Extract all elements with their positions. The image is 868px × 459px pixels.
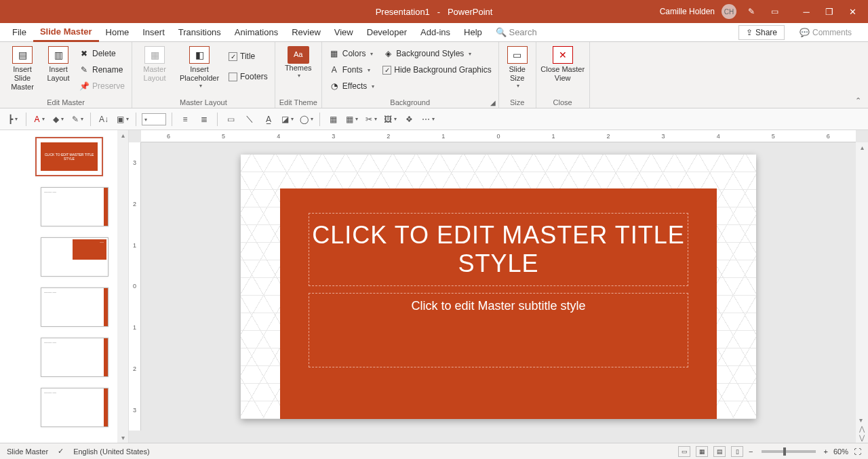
- outline-button[interactable]: ✎: [70, 113, 85, 126]
- thumbnail-pane: CLICK TO EDIT MASTER TITLE STYLE ──── ──…: [0, 130, 129, 443]
- colors-button[interactable]: ▦Colors: [326, 46, 377, 61]
- chart-button[interactable]: ▦: [326, 113, 340, 126]
- close-master-view-button[interactable]: ✕ Close Master View: [540, 45, 585, 83]
- align-menu[interactable]: ┣: [5, 113, 20, 126]
- tab-file[interactable]: File: [5, 23, 33, 42]
- scroll-down-icon[interactable]: ▾: [121, 434, 125, 441]
- title-checkbox[interactable]: ✓Title: [226, 49, 271, 64]
- sort-button[interactable]: A↓: [96, 113, 111, 126]
- zoom-in-button[interactable]: +: [824, 447, 828, 456]
- draw-icon[interactable]: ✎: [743, 4, 760, 19]
- effects-button[interactable]: ◔Effects: [326, 79, 377, 94]
- thumb-layout-4[interactable]: ──── ──: [41, 338, 108, 377]
- align-right-button[interactable]: ≣: [197, 113, 212, 126]
- ribbon-display-icon[interactable]: ▭: [766, 4, 783, 19]
- collapse-ribbon-icon[interactable]: ⌃: [855, 96, 861, 105]
- tab-transitions[interactable]: Transitions: [172, 23, 228, 42]
- reading-view-button[interactable]: ▤: [713, 446, 726, 457]
- group-background: ▦Colors AFonts ◔Effects ◈Background Styl…: [322, 42, 499, 108]
- search-box[interactable]: 🔍 Search: [489, 23, 544, 42]
- workspace: CLICK TO EDIT MASTER TITLE STYLE ──── ──…: [0, 130, 868, 443]
- next-slide-icon[interactable]: ⋁: [859, 434, 865, 441]
- rectangle-button[interactable]: ▭: [223, 113, 238, 126]
- fit-window-button[interactable]: ⛶: [854, 447, 861, 456]
- placeholder-icon: ◧: [189, 46, 210, 64]
- thumb-layout-1[interactable]: ──── ──: [41, 187, 108, 226]
- scroll-up-icon[interactable]: ▴: [861, 144, 864, 151]
- master-title-placeholder[interactable]: CLICK TO EDIT MASTER TITLE STYLE: [309, 213, 688, 286]
- master-layout-button: ▦ Master Layout: [136, 45, 173, 83]
- share-button[interactable]: ⇪Share: [738, 25, 785, 40]
- insert-slide-master-button[interactable]: ▤ Insert Slide Master: [4, 45, 41, 92]
- slide-size-button[interactable]: ▭ Slide Size: [503, 45, 532, 89]
- table-button[interactable]: ▦: [344, 113, 359, 126]
- comments-button[interactable]: 💬Comments: [793, 25, 859, 40]
- hide-background-checkbox[interactable]: ✓Hide Background Graphics: [380, 62, 494, 77]
- delete-button[interactable]: ✖Delete: [76, 46, 127, 61]
- preserve-icon: 📌: [79, 81, 90, 92]
- scroll-up-icon[interactable]: ▴: [121, 132, 125, 139]
- titlebar: Presentation1 - PowerPoint Camille Holde…: [0, 0, 868, 23]
- insert-placeholder-button[interactable]: ◧ Insert Placeholder: [176, 45, 223, 89]
- picture-button[interactable]: 🖼: [382, 113, 397, 126]
- tab-animations[interactable]: Animations: [228, 23, 285, 42]
- crop-button[interactable]: ✂: [363, 113, 378, 126]
- prev-slide-icon[interactable]: ⋀: [859, 425, 865, 433]
- tab-help[interactable]: Help: [457, 23, 489, 42]
- slideshow-button[interactable]: ▯: [731, 446, 743, 457]
- fill-color-button[interactable]: ◆: [51, 113, 66, 126]
- tab-addins[interactable]: Add-ins: [414, 23, 457, 42]
- thumb-master[interactable]: CLICK TO EDIT MASTER TITLE STYLE: [35, 137, 103, 176]
- fonts-icon: A: [329, 64, 340, 75]
- textbox-button[interactable]: A̲: [261, 113, 276, 126]
- rename-button[interactable]: ✎Rename: [76, 62, 127, 77]
- zoom-slider[interactable]: [762, 450, 816, 453]
- tab-insert[interactable]: Insert: [136, 23, 172, 42]
- themes-button[interactable]: Aa Themes: [280, 45, 317, 79]
- smartart-button[interactable]: ❖: [401, 113, 416, 126]
- status-language[interactable]: English (United States): [73, 447, 150, 456]
- dialog-launcher-icon[interactable]: ◢: [490, 99, 496, 106]
- more-button[interactable]: ⋯: [420, 113, 435, 126]
- accessibility-icon[interactable]: ✓: [58, 447, 64, 456]
- align-left-button[interactable]: ≡: [178, 113, 193, 126]
- tab-developer[interactable]: Developer: [360, 23, 414, 42]
- bg-styles-icon: ◈: [382, 48, 393, 59]
- group-edit-theme: Aa Themes Edit Theme: [275, 42, 322, 108]
- thumb-layout-3[interactable]: ──── ──: [41, 287, 108, 327]
- thumb-scrollbar[interactable]: ▴▾: [117, 130, 128, 443]
- restore-button[interactable]: ❐: [819, 4, 840, 19]
- group-label: Master Layout: [180, 97, 227, 106]
- tab-home[interactable]: Home: [99, 23, 136, 42]
- user-avatar[interactable]: CH: [722, 4, 736, 19]
- thumb-layout-2[interactable]: ──: [41, 237, 108, 277]
- preserve-button[interactable]: 📌Preserve: [76, 79, 127, 94]
- close-icon: ✕: [553, 46, 573, 64]
- fonts-button[interactable]: AFonts: [326, 62, 377, 77]
- line-button[interactable]: ＼: [242, 113, 257, 126]
- footers-checkbox[interactable]: Footers: [226, 69, 271, 84]
- normal-view-button[interactable]: ▭: [678, 446, 690, 457]
- master-subtitle-placeholder[interactable]: Click to edit Master subtitle style: [309, 293, 688, 367]
- user-name[interactable]: Camille Holden: [660, 7, 715, 16]
- background-styles-button[interactable]: ◈Background Styles: [380, 46, 494, 61]
- color-picker[interactable]: [142, 113, 166, 125]
- zoom-level[interactable]: 60%: [833, 447, 848, 456]
- shapes-button[interactable]: ◪: [280, 113, 295, 126]
- vertical-scrollbar[interactable]: ▴ ▾ ⋀ ⋁: [856, 142, 868, 443]
- thumb-layout-5[interactable]: ──── ──: [41, 388, 108, 427]
- tab-review[interactable]: Review: [285, 23, 328, 42]
- tab-view[interactable]: View: [328, 23, 360, 42]
- zoom-out-button[interactable]: −: [749, 447, 753, 456]
- minimize-button[interactable]: ─: [796, 4, 816, 19]
- slide-canvas[interactable]: CLICK TO EDIT MASTER TITLE STYLE Click t…: [241, 155, 756, 419]
- tab-slide-master[interactable]: Slide Master: [33, 23, 99, 42]
- shape-outline-button[interactable]: ◯: [299, 113, 314, 126]
- font-color-button[interactable]: A: [32, 113, 47, 126]
- arrange-button[interactable]: ▣: [115, 113, 130, 126]
- sorter-view-button[interactable]: ▦: [696, 446, 708, 457]
- quick-toolbar: ┣ A ◆ ✎ A↓ ▣ ≡ ≣ ▭ ＼ A̲ ◪ ◯ ▦ ▦ ✂ 🖼 ❖ ⋯: [0, 108, 868, 130]
- close-window-button[interactable]: ✕: [842, 4, 863, 19]
- insert-layout-button[interactable]: ▥ Insert Layout: [43, 45, 73, 83]
- scroll-down-icon[interactable]: ▾: [859, 416, 865, 424]
